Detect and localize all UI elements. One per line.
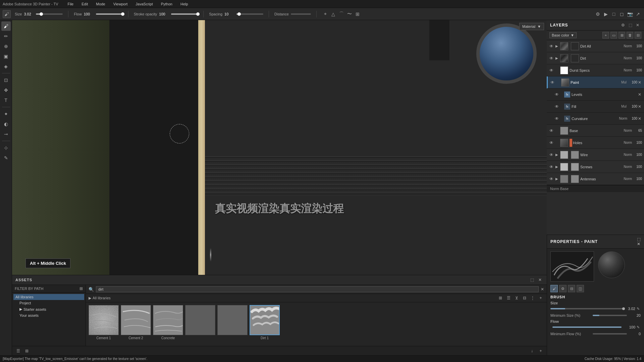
layer-eye-wire[interactable]: 👁 [549,152,554,158]
brush-size-slider[interactable] [550,308,624,309]
assets-import-icon[interactable]: ↓ [529,348,535,354]
layer-eye-curvature[interactable]: 👁 [554,116,559,121]
viewport[interactable]: Alt + Middle Click 真实视频渲染真实渲染过程 Material… [12,20,547,282]
properties-expand-icon[interactable]: ⬚ [637,237,641,242]
asset-cement-2[interactable]: Cement 2 [121,305,151,340]
pick-color[interactable]: ✦ [1,109,11,119]
assets-toggle-grid[interactable]: ⊞ [23,348,30,354]
layers-close-icon[interactable]: ✕ [635,22,641,28]
asset-5[interactable] [217,305,248,336]
layer-holes[interactable]: 👁 Holes Norm 100 [547,137,644,149]
add-fill-layer[interactable]: ▭ [610,32,617,39]
brush-min-flow-slider[interactable] [593,333,627,335]
3d-transform[interactable]: ⊹ [1,143,11,153]
properties-close-icon[interactable]: ✕ [637,242,641,246]
layer-eye-durst[interactable]: 👁 [549,68,554,73]
export-icon[interactable]: ↗ [635,11,641,17]
layer-expand-wire[interactable]: ▶ [555,153,559,157]
layer-eye-holes[interactable]: 👁 [549,140,554,145]
paint-tool[interactable]: 🖌 [1,21,11,31]
layer-eye-levels[interactable]: 👁 [554,92,559,97]
assets-your-assets[interactable]: Your assets [13,312,84,318]
layer-wire[interactable]: 👁 ▶ Wire Norm 100 [547,149,644,161]
mask-tool[interactable]: ◈ [1,62,11,71]
angle-icon[interactable]: △ [330,11,337,17]
assets-settings-icon[interactable]: ⋮ [529,295,536,301]
duplicate-layer[interactable]: ⊟ [635,32,641,39]
assets-maximize-icon[interactable]: ⬚ [529,277,535,283]
play-icon[interactable]: ▶ [602,11,609,17]
annotation-tool[interactable]: ✎ [1,153,11,163]
3d-view-icon[interactable]: ◻ [619,11,625,17]
clone-tool[interactable]: ⊕ [1,42,11,51]
layer-eye-base[interactable]: 👁 [549,128,554,133]
tool-icon[interactable]: 🖌 [3,10,11,18]
prop-settings-icon[interactable]: ⚙ [559,285,567,292]
add-group[interactable]: ⊞ [619,32,625,39]
fill-tool[interactable]: ▣ [1,52,11,61]
brush-min-size-slider[interactable] [593,315,627,316]
layer-close-paint[interactable]: ✕ [637,80,642,85]
layer-expand-dirt[interactable]: ▶ [555,56,559,60]
assets-project[interactable]: Project [13,300,84,306]
size-slider[interactable] [36,13,63,15]
grid-icon[interactable]: ⊞ [354,11,361,17]
assets-grid-view[interactable]: ⊟ [521,295,528,301]
layer-eye-paint[interactable]: 👁 [550,80,555,85]
material-selector[interactable]: Material ▼ [519,23,544,30]
layer-close-levels[interactable]: ✕ [637,92,642,97]
transform-tool[interactable]: ✥ [1,85,11,95]
brush-flow-edit[interactable]: ✎ [635,324,641,330]
layer-eye-dirt[interactable]: 👁 [549,56,554,61]
2d-view-icon[interactable]: □ [610,11,617,17]
menu-viewport[interactable]: Viewport [112,1,129,7]
layer-eye-fill[interactable]: 👁 [554,104,559,109]
layer-antennas[interactable]: 👁 ▶ Antennas Norm 100 [547,173,644,185]
assets-search-clear[interactable]: ✕ [541,287,544,292]
layer-eye-antennas[interactable]: 👁 [549,176,554,182]
layer-levels[interactable]: 👁 fx Levels ✕ [547,88,644,101]
layer-fill[interactable]: 👁 fx Fill Mul 100 ✕ [547,101,644,113]
layer-paint[interactable]: 👁 Paint Mul 100 ✕ [547,76,644,88]
asset-cement-1[interactable]: Cement 1 [89,305,119,340]
layer-expand-dirt-all[interactable]: ▶ [555,44,559,48]
asset-concrete[interactable]: Concrete [153,305,183,340]
menu-javascript[interactable]: JavaScript [134,1,154,7]
wave-icon[interactable]: 〜 [346,11,353,17]
assets-add-new-icon[interactable]: + [537,348,544,354]
camera-icon[interactable]: 📷 [627,11,633,17]
prop-material-icon[interactable]: ◫ [577,285,584,292]
prop-layers-icon[interactable]: ⊟ [568,285,575,292]
layer-expand-antennas[interactable]: ▶ [555,177,559,181]
layer-base[interactable]: 👁 Base Norm 65 [547,125,644,137]
stroke-opacity-slider[interactable] [171,13,198,15]
assets-starter[interactable]: ▶ Starter assets [13,306,84,312]
filter-icon[interactable]: ⊞ [79,286,83,291]
assets-close-icon[interactable]: ✕ [537,277,543,283]
select-tool[interactable]: ⊡ [1,75,11,85]
add-paint-layer[interactable]: + [602,32,609,39]
assets-toggle-list[interactable]: ☰ [15,348,21,354]
layer-dirt-all[interactable]: 👁 ▶ Dirt All Norm 100 [547,40,644,52]
assets-list-view[interactable]: ☰ [505,295,512,301]
menu-help[interactable]: Help [179,1,190,7]
curve-icon[interactable]: ⌒ [338,11,345,17]
layer-dirt[interactable]: 👁 ▶ Dirt Norm 100 [547,52,644,64]
assets-size-slider[interactable]: ⊻ [513,295,520,301]
smear-tool[interactable]: ✏ [1,32,11,41]
flow-slider[interactable] [96,13,123,15]
layer-eye-dirt-all[interactable]: 👁 [549,44,554,49]
brush-flow-slider[interactable] [552,326,622,328]
assets-add-icon[interactable]: + [537,295,544,301]
menu-python[interactable]: Python [160,1,174,7]
measure-tool[interactable]: ⊸ [1,129,11,139]
menu-edit[interactable]: Edit [80,1,89,7]
layer-screws[interactable]: 👁 ▶ Screws Norm 100 [547,161,644,173]
settings-icon[interactable]: ⚙ [594,11,601,17]
layer-close-fill[interactable]: ✕ [637,104,642,109]
brush-size-edit[interactable]: ✎ [635,306,641,311]
text-tool[interactable]: T [1,96,11,105]
assets-search-input[interactable] [96,286,539,292]
asset-dirt-1[interactable]: Dirt 1 [250,305,280,340]
layer-expand-screws[interactable]: ▶ [555,165,559,169]
